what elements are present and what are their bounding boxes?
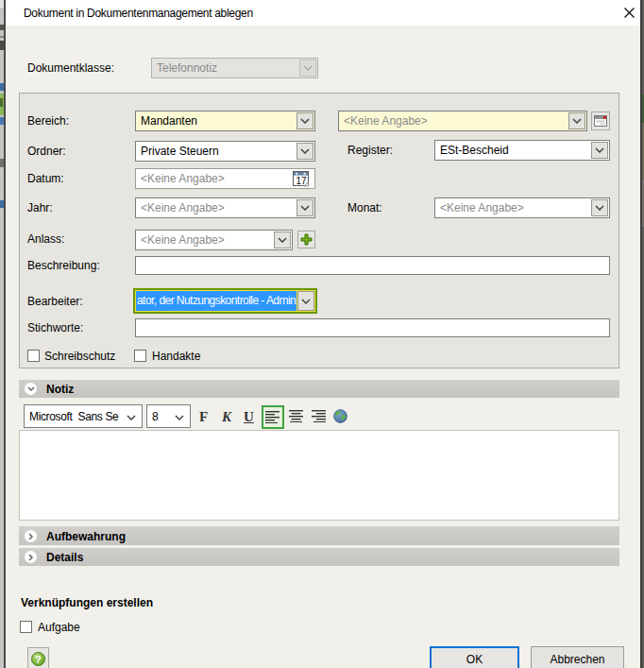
svg-text:?: ? [35,654,42,665]
svg-text:17: 17 [296,176,307,186]
